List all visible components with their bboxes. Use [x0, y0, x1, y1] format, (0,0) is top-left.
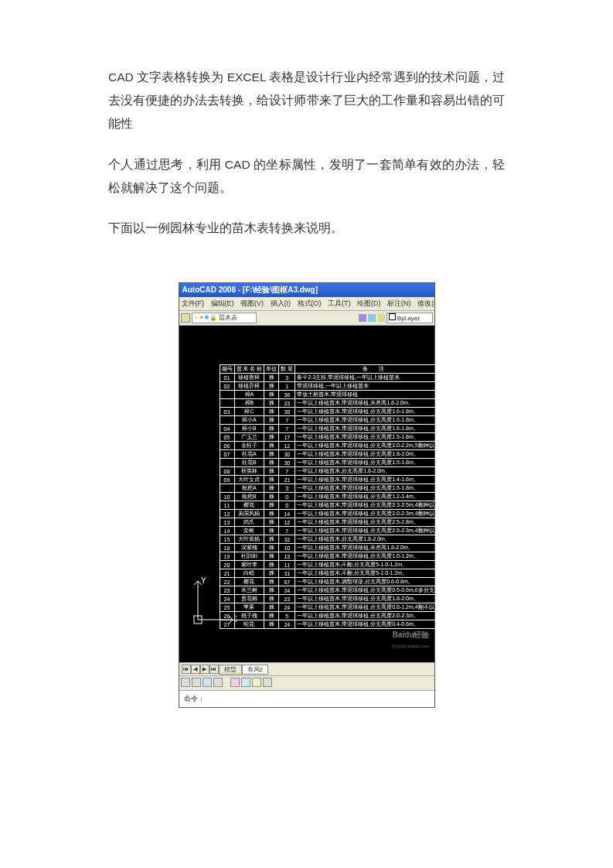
menu-format[interactable]: 格式(O) [298, 299, 322, 307]
table-row: 05广玉兰株17一年以上移植苗木,带泥球移植,分支高度1.5-1.8m。 [220, 433, 452, 442]
table-row: 06金桂子株12一年以上移植苗木,带泥球移植,分支高度2.0-2.2m,5翻种以… [220, 442, 452, 450]
table-row: 04樟小B株7一年以上移植苗木,带泥球移植,分支高度1.6-1.8m。 [220, 425, 452, 433]
table-row: 02移植乔樟株1带泥球移植,一年以上移植苗木 [220, 382, 452, 391]
table-row: 13鸡爪株12一年以上移植苗木,带泥球移植,分支高度2.5-2.8m。 [220, 518, 452, 527]
menu-file[interactable]: 文件(F) [182, 299, 205, 307]
tool-icon-7[interactable] [252, 678, 261, 687]
table-row: 20紫叶李株11一年以上移植苗木,不翻,分支高度5-1.0-1.2m。 [220, 561, 452, 569]
colorize-icon[interactable] [359, 314, 366, 322]
table-row: 19杜鹃刺株13一年以上移植苗木,带泥球移植,分支高度1.0-1.2m。 [220, 552, 452, 561]
table-row: 09大叶女贞株21一年以上移植苗木,带泥球移植,分支高度1.4-1.6m。 [220, 476, 452, 484]
menu-dimension[interactable]: 标注(N) [387, 299, 411, 307]
color-combo[interactable]: ByLayer [387, 313, 433, 323]
ucs-icon: X Y [190, 577, 237, 627]
tab-first-icon[interactable]: ⏮ [182, 665, 191, 674]
drawing-area[interactable]: 编号 苗 木 名 称 单位 数 量 备 注 01移植香樟株3备干2-3主枝,带泥… [179, 326, 434, 662]
table-row: 枇杷A株3一年以上移植苗木,带泥球移植,分支高度1.5-1.8m。 [220, 484, 452, 493]
table-row: 25苹果株24一年以上移植苗木,带泥球移植,分支高度0.8-1.2m,4翻不以上… [220, 603, 452, 612]
bottom-toolbar[interactable] [179, 675, 434, 690]
watermark-sub: jingyan.baidu.com [392, 644, 429, 648]
tool-icon-3[interactable] [203, 678, 212, 687]
table-row: 14栾树株7一年以上移植苗木,带泥球移植,分支高度2.0-2.3m,4翻种以上。 [220, 527, 452, 535]
autocad-window: AutoCAD 2008 - [F:\经验\图框A3.dwg] 文件(F) 编辑… [179, 282, 435, 708]
menu-bar[interactable]: 文件(F) 编辑(E) 视图(V) 插入(I) 格式(O) 工具(T) 绘图(D… [179, 297, 434, 311]
command-line[interactable]: 命令： [179, 690, 434, 707]
table-row: 08秋英林株7一年以上移植苗木,分支高度1.8-2.0m。 [220, 467, 452, 476]
layer-manager-icon[interactable] [181, 313, 190, 323]
table-row: 01移植香樟株3备干2-3主枝,带泥球移植,一年以上移植苗木 [220, 374, 452, 382]
table-row: 21白蜡株31一年以上移植苗木,不翻,分支高度5-1.0-1.2m。 [220, 569, 452, 578]
svg-text:Y: Y [201, 577, 206, 585]
tab-layout2[interactable]: 布局2 [242, 665, 268, 675]
table-row: 10枇杷B株0一年以上移植苗木,带泥球移植,分支高度1.2-1.4m。 [220, 493, 452, 501]
layers-icon[interactable] [368, 314, 376, 322]
table-row: 27蛇花株24一年以上移植苗木,带泥球移植,分支高度0.4-0.6m。 [220, 620, 452, 629]
tool-icon-1[interactable] [181, 678, 190, 687]
screenshot: AutoCAD 2008 - [F:\经验\图框A3.dwg] 文件(F) 编辑… [108, 282, 505, 708]
tool-icon-8[interactable] [263, 678, 272, 687]
tab-last-icon[interactable]: ⏭ [209, 665, 219, 674]
table-row: 11樱花株0一年以上移植苗木,带泥球移植,分支高度2.3-2.5m,4翻种以上。 [220, 501, 452, 510]
table-row: 樟小A株7一年以上移植苗木,带泥球移植,分支高度1.6-1.8m。 [220, 416, 452, 425]
menu-modify[interactable]: 修改(M) [417, 299, 434, 307]
menu-draw[interactable]: 绘图(D) [357, 299, 381, 307]
table-row: 23米兰树株24一年以上移植苗木,带泥球移植,分支高度0.5-0.6m,6多分支… [220, 586, 452, 595]
menu-edit[interactable]: 编辑(E) [211, 299, 234, 307]
table-row: 07桂花A株30一年以上移植苗木,带泥球移植,分支高度1.8-2.0m。 [220, 450, 452, 459]
table-row: 12美国风杨株14一年以上移植苗木,带泥球移植,分支高度2.0-2.3m,4翻种… [220, 510, 452, 518]
layers-toolbar[interactable]: ♀☀❄🔒 苗木表 ByLayer [179, 311, 434, 326]
paragraph-3: 下面以一例园林专业的苗木表转换来说明。 [108, 217, 505, 240]
table-row: 樟A株36带放土桩苗木,带泥球移植 [220, 391, 452, 399]
tab-nav-arrows[interactable]: ⏮◀▶⏭ [182, 665, 219, 674]
table-row: 15大叶黄杨株32一年以上移植苗木,分支高度1.8-2.0m。 [220, 535, 452, 544]
cad-table: 编号 苗 木 名 称 单位 数 量 备 注 01移植香樟株3备干2-3主枝,带泥… [220, 364, 453, 629]
paragraph-2: 个人通过思考，利用 CAD 的坐标属性，发明了一套简单有效的办法，轻松就解决了这… [108, 153, 505, 200]
tab-model[interactable]: 模型 [219, 665, 242, 675]
table-row: 樟B株23一年以上移植苗木,带泥球移植,米差高1.8-2.0m。 [220, 399, 452, 408]
tool-icon-6[interactable] [241, 678, 250, 687]
table-row: 桂花B株30一年以上移植苗木,带泥球移植,分支高度1.5-1.8m。 [220, 459, 452, 467]
tool-icon-4[interactable] [213, 678, 223, 687]
tool-icon-5[interactable] [230, 678, 240, 687]
table-header-row: 编号 苗 木 名 称 单位 数 量 备 注 [220, 365, 452, 374]
table-row: 22樱花株67一年以上移植苗木,调型球形,分支高度0.6-0.8m。 [220, 578, 452, 586]
table-row: 18深紫槐株10一年以上移植苗木,带泥球移植,米差高1.8-2.0m。 [220, 544, 452, 552]
watermark: Baidu经验 [393, 630, 430, 641]
layer-combo[interactable]: ♀☀❄🔒 苗木表 [192, 313, 257, 323]
paragraph-1: CAD 文字表格转换为 EXCEL 表格是设计行业内经常遇到的技术问题，过去没有… [108, 66, 505, 136]
menu-view[interactable]: 视图(V) [240, 299, 264, 307]
menu-insert[interactable]: 插入(I) [271, 299, 291, 307]
block-icon[interactable] [377, 314, 385, 322]
tab-next-icon[interactable]: ▶ [200, 665, 209, 674]
table-row: 24贵花榕株23一年以上移植苗木,带泥球移植,分支高度1.8-2.0m。 [220, 595, 452, 603]
window-title: AutoCAD 2008 - [F:\经验\图框A3.dwg] [179, 283, 434, 297]
tab-prev-icon[interactable]: ◀ [191, 665, 200, 674]
tool-icon-2[interactable] [192, 678, 201, 687]
svg-text:X: X [235, 615, 237, 624]
layout-tabs-bar[interactable]: ⏮◀▶⏭ 模型 布局2 [179, 662, 434, 675]
table-row: 26桃子槐株5一年以上移植苗木,带泥球移植,分支高度2.0-2.3m。 [220, 612, 452, 620]
menu-tools[interactable]: 工具(T) [328, 299, 351, 307]
table-row: 03樟C株38一年以上移植苗木,带泥球移植,分支高度1.6-1.8m。 [220, 408, 452, 416]
